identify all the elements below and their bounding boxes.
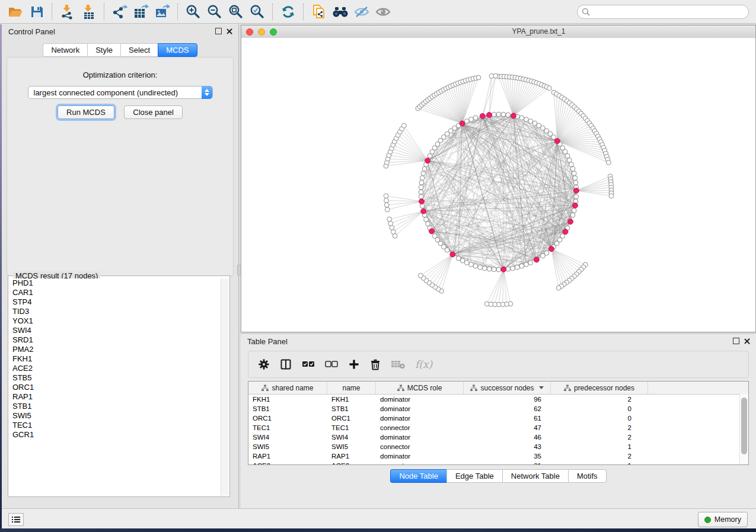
mcds-result-item[interactable]: RAP1 xyxy=(9,392,221,402)
network-node[interactable] xyxy=(524,262,529,267)
network-node[interactable] xyxy=(464,119,469,124)
network-node[interactable] xyxy=(401,123,406,128)
network-node[interactable] xyxy=(519,264,524,268)
close-panel-button[interactable]: Close panel xyxy=(124,105,183,119)
network-node[interactable] xyxy=(572,171,576,176)
network-node[interactable] xyxy=(487,267,492,271)
mcds-result-item[interactable]: SWI4 xyxy=(9,326,221,335)
show-all-button[interactable] xyxy=(372,2,394,22)
import-network-button[interactable] xyxy=(57,2,78,22)
close-window-icon[interactable] xyxy=(246,28,253,36)
export-network-button[interactable] xyxy=(109,2,130,22)
tab-style[interactable]: Style xyxy=(87,43,120,57)
network-node[interactable] xyxy=(607,160,611,165)
tab-select[interactable]: Select xyxy=(120,43,158,57)
network-node[interactable] xyxy=(496,267,501,272)
network-node[interactable] xyxy=(519,116,524,120)
mcds-hub-node[interactable] xyxy=(425,158,430,164)
network-node[interactable] xyxy=(551,134,556,139)
network-node[interactable] xyxy=(492,112,496,117)
mcds-result-item[interactable]: TID3 xyxy=(9,307,221,316)
network-node[interactable] xyxy=(547,86,552,91)
table-row[interactable]: FKH1FKH1dominator962 xyxy=(248,395,748,404)
delete-column-button[interactable] xyxy=(370,358,381,370)
table-scrollbar[interactable] xyxy=(739,394,748,464)
function-builder-button[interactable]: f(x) xyxy=(415,358,432,370)
network-node[interactable] xyxy=(419,180,424,185)
add-column-button[interactable] xyxy=(348,358,360,370)
network-node[interactable] xyxy=(384,203,389,207)
search-network-button[interactable] xyxy=(330,2,351,22)
network-node[interactable] xyxy=(609,194,614,198)
network-node[interactable] xyxy=(492,267,496,272)
mcds-result-item[interactable]: STB1 xyxy=(9,402,221,411)
tab-edge-table[interactable]: Edge Table xyxy=(446,469,502,483)
network-node[interactable] xyxy=(528,261,533,265)
column-header-successor-nodes[interactable]: successor nodes xyxy=(464,382,551,394)
network-node[interactable] xyxy=(390,225,394,230)
mcds-result-item[interactable]: STB5 xyxy=(9,373,221,383)
mcds-result-item[interactable]: YOX1 xyxy=(9,316,221,326)
show-columns-button[interactable] xyxy=(280,358,292,370)
mcds-result-scrollbar[interactable] xyxy=(221,278,229,496)
network-node[interactable] xyxy=(501,112,506,117)
mcds-result-item[interactable]: CAR1 xyxy=(9,288,221,297)
mcds-result-item[interactable]: PMA2 xyxy=(9,345,221,354)
memory-button[interactable]: Memory xyxy=(698,512,748,527)
mcds-result-item[interactable]: GCR1 xyxy=(9,430,221,440)
network-node[interactable] xyxy=(421,171,426,176)
network-node[interactable] xyxy=(384,198,389,203)
network-node[interactable] xyxy=(511,266,515,271)
table-row[interactable]: STB1STB1dominator620 xyxy=(248,404,748,414)
network-node[interactable] xyxy=(515,265,519,270)
mcds-hub-node[interactable] xyxy=(421,209,426,214)
network-node[interactable] xyxy=(506,113,511,117)
zoom-fit-button[interactable] xyxy=(225,2,247,22)
network-node[interactable] xyxy=(473,264,478,268)
mcds-result-item[interactable]: SRD1 xyxy=(9,335,221,345)
zoom-selected-button[interactable] xyxy=(247,2,268,22)
column-header-MCDS-role[interactable]: MCDS role xyxy=(376,382,464,394)
mcds-hub-node[interactable] xyxy=(563,229,568,235)
minimize-window-icon[interactable] xyxy=(258,28,265,36)
network-node[interactable] xyxy=(426,222,430,226)
close-table-panel-icon[interactable] xyxy=(744,338,750,344)
mcds-hub-node[interactable] xyxy=(460,121,465,126)
network-node[interactable] xyxy=(473,116,478,120)
export-table-button[interactable] xyxy=(130,2,152,22)
network-node[interactable] xyxy=(567,158,572,162)
network-node[interactable] xyxy=(484,302,489,306)
mcds-hub-node[interactable] xyxy=(554,139,560,144)
mcds-hub-node[interactable] xyxy=(568,219,573,225)
network-node[interactable] xyxy=(384,194,388,198)
network-node[interactable] xyxy=(388,221,393,226)
table-scrollbar-thumb[interactable] xyxy=(741,398,747,454)
save-session-button[interactable] xyxy=(26,2,47,22)
table-row[interactable]: SWI5SWI5connector431 xyxy=(248,442,748,451)
network-node[interactable] xyxy=(541,254,546,258)
table-row[interactable]: ACE2ACE2connector311 xyxy=(248,461,748,465)
tab-mcds[interactable]: MCDS xyxy=(158,43,197,57)
search-input[interactable] xyxy=(577,5,749,19)
network-node[interactable] xyxy=(469,117,474,122)
network-node[interactable] xyxy=(420,175,425,180)
close-panel-icon[interactable] xyxy=(227,28,232,34)
column-header-shared-name[interactable]: shared name xyxy=(248,382,327,394)
network-node[interactable] xyxy=(385,207,390,212)
mcds-hub-node[interactable] xyxy=(487,113,492,118)
open-file-button[interactable] xyxy=(5,2,26,22)
network-canvas[interactable] xyxy=(241,38,755,332)
network-node[interactable] xyxy=(456,256,461,261)
refresh-button[interactable] xyxy=(277,2,299,22)
network-node[interactable] xyxy=(476,75,481,80)
unselect-all-button[interactable] xyxy=(325,360,338,368)
mcds-result-item[interactable]: TEC1 xyxy=(9,421,221,430)
mcds-hub-node[interactable] xyxy=(574,188,579,193)
mcds-result-item[interactable]: SWI5 xyxy=(9,411,221,421)
network-node[interactable] xyxy=(419,190,423,194)
zoom-out-button[interactable] xyxy=(204,2,225,22)
maximize-window-icon[interactable] xyxy=(270,28,277,36)
network-node[interactable] xyxy=(387,217,392,222)
network-node[interactable] xyxy=(424,217,429,222)
tab-network[interactable]: Network xyxy=(43,43,87,57)
